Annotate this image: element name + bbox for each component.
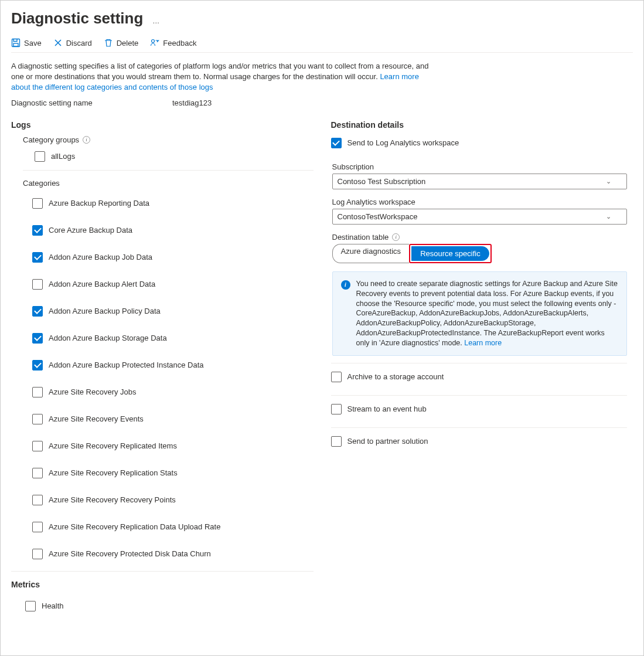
category-checkbox[interactable] — [32, 306, 43, 317]
description-span: A diagnostic setting specifies a list of… — [11, 62, 428, 81]
archive-label: Archive to a storage account — [347, 372, 444, 381]
rule-2 — [11, 571, 314, 572]
subscription-label: Subscription — [332, 162, 627, 171]
category-label: Core Azure Backup Data — [49, 226, 132, 234]
category-checkbox[interactable] — [32, 522, 43, 532]
save-button[interactable]: Save — [11, 38, 42, 47]
category-checkbox[interactable] — [32, 198, 43, 209]
partner-row: Send to partner solution — [331, 434, 627, 453]
delete-button[interactable]: Delete — [104, 38, 139, 47]
workspace-select[interactable]: ContosoTestWorkspace ⌄ — [332, 209, 627, 225]
stream-section: Stream to an event hub — [331, 402, 627, 428]
category-checkbox[interactable] — [32, 549, 43, 559]
category-checkbox[interactable] — [32, 414, 43, 424]
logs-column: Logs Category groups i allLogs Categorie… — [11, 117, 314, 617]
dest-table-label: Destination table i — [332, 233, 627, 242]
category-checkbox[interactable] — [32, 360, 43, 371]
svg-point-2 — [152, 40, 155, 43]
category-groups-header: Category groups i — [23, 135, 314, 144]
category-row: Azure Site Recovery Jobs — [32, 379, 314, 406]
category-label: Addon Azure Backup Storage Data — [49, 334, 167, 342]
metrics-block: Metrics Health — [11, 580, 314, 617]
archive-checkbox[interactable] — [331, 372, 342, 382]
category-row: Addon Azure Backup Alert Data — [32, 271, 314, 298]
destination-header: Destination details — [331, 120, 633, 130]
feedback-label: Feedback — [163, 39, 196, 47]
stream-label: Stream to an event hub — [347, 405, 427, 413]
category-row: Addon Azure Backup Policy Data — [32, 298, 314, 325]
pill-resource-specific[interactable]: Resource specific — [411, 246, 489, 261]
chevron-down-icon: ⌄ — [606, 178, 611, 185]
subscription-select[interactable]: Contoso Test Subscription ⌄ — [332, 174, 627, 189]
category-row: Azure Site Recovery Protected Disk Data … — [32, 541, 314, 567]
health-checkbox[interactable] — [25, 601, 36, 611]
discard-label: Discard — [66, 39, 92, 47]
workspace-value: ContosoTestWorkspace — [338, 212, 418, 221]
categories-list: Azure Backup Reporting DataCore Azure Ba… — [11, 190, 314, 567]
category-groups-label: Category groups — [23, 135, 79, 144]
subscription-value: Contoso Test Subscription — [338, 177, 426, 186]
destination-column: Destination details Send to Log Analytic… — [331, 117, 633, 617]
logs-header: Logs — [11, 120, 314, 130]
category-label: Addon Azure Backup Alert Data — [49, 280, 155, 288]
category-checkbox[interactable] — [32, 333, 43, 344]
category-checkbox[interactable] — [32, 387, 43, 397]
category-row: Azure Site Recovery Events — [32, 406, 314, 433]
all-logs-row: allLogs — [35, 147, 314, 166]
health-label: Health — [42, 601, 64, 610]
archive-row: Archive to a storage account — [331, 369, 627, 388]
pill-azure-diagnostics[interactable]: Azure diagnostics — [332, 244, 410, 263]
more-icon[interactable]: … — [152, 17, 160, 25]
category-checkbox[interactable] — [32, 279, 43, 290]
page-root: Diagnostic setting … Save Discard Delete… — [0, 0, 644, 656]
all-logs-checkbox[interactable] — [35, 151, 45, 162]
category-label: Azure Site Recovery Replication Data Upl… — [49, 522, 220, 531]
metrics-header: Metrics — [11, 580, 314, 589]
name-value[interactable]: testdiag123 — [172, 98, 212, 107]
category-checkbox[interactable] — [32, 252, 43, 263]
feedback-icon — [150, 38, 159, 47]
info-icon: i — [341, 280, 350, 290]
category-row: Azure Site Recovery Replicated Items — [32, 433, 314, 460]
category-label: Addon Azure Backup Protected Instance Da… — [49, 361, 204, 369]
info-callout-text: You need to create separate diagnostic s… — [356, 279, 618, 348]
toolbar: Save Discard Delete Feedback — [11, 28, 633, 53]
columns: Logs Category groups i allLogs Categorie… — [11, 117, 633, 617]
health-row: Health — [25, 595, 314, 617]
feedback-button[interactable]: Feedback — [150, 38, 196, 47]
send-la-row: Send to Log Analytics workspace — [331, 135, 627, 154]
category-checkbox[interactable] — [32, 441, 43, 451]
category-checkbox[interactable] — [32, 225, 43, 236]
info-learn-more-link[interactable]: Learn more — [464, 339, 502, 347]
la-section: Send to Log Analytics workspace Subscrip… — [331, 135, 627, 363]
send-la-checkbox[interactable] — [331, 138, 342, 148]
partner-section: Send to partner solution — [331, 434, 627, 460]
category-row: Azure Site Recovery Replication Stats — [32, 460, 314, 487]
category-label: Addon Azure Backup Job Data — [49, 253, 152, 261]
category-row: Azure Site Recovery Recovery Points — [32, 487, 314, 514]
archive-section: Archive to a storage account — [331, 369, 627, 396]
dest-table-text: Destination table — [332, 233, 389, 242]
category-label: Azure Backup Reporting Data — [49, 199, 149, 208]
workspace-label: Log Analytics workspace — [332, 198, 627, 206]
description-text: A diagnostic setting specifies a list of… — [11, 61, 433, 93]
discard-button[interactable]: Discard — [53, 38, 92, 47]
category-row: Addon Azure Backup Protected Instance Da… — [32, 352, 314, 379]
info-icon[interactable]: i — [83, 136, 90, 144]
category-label: Azure Site Recovery Recovery Points — [49, 495, 176, 504]
svg-rect-1 — [13, 43, 18, 46]
delete-label: Delete — [117, 39, 139, 47]
category-checkbox[interactable] — [32, 468, 43, 478]
category-label: Azure Site Recovery Protected Disk Data … — [49, 549, 211, 558]
partner-checkbox[interactable] — [331, 436, 342, 447]
category-row: Core Azure Backup Data — [32, 217, 314, 244]
title-row: Diagnostic setting … — [11, 9, 633, 28]
info-icon[interactable]: i — [392, 233, 400, 241]
category-checkbox[interactable] — [32, 495, 43, 505]
stream-row: Stream to an event hub — [331, 402, 627, 420]
stream-checkbox[interactable] — [331, 404, 342, 414]
save-label: Save — [24, 39, 42, 47]
category-label: Azure Site Recovery Jobs — [49, 388, 137, 396]
category-row: Addon Azure Backup Job Data — [32, 244, 314, 271]
rule — [23, 170, 314, 171]
